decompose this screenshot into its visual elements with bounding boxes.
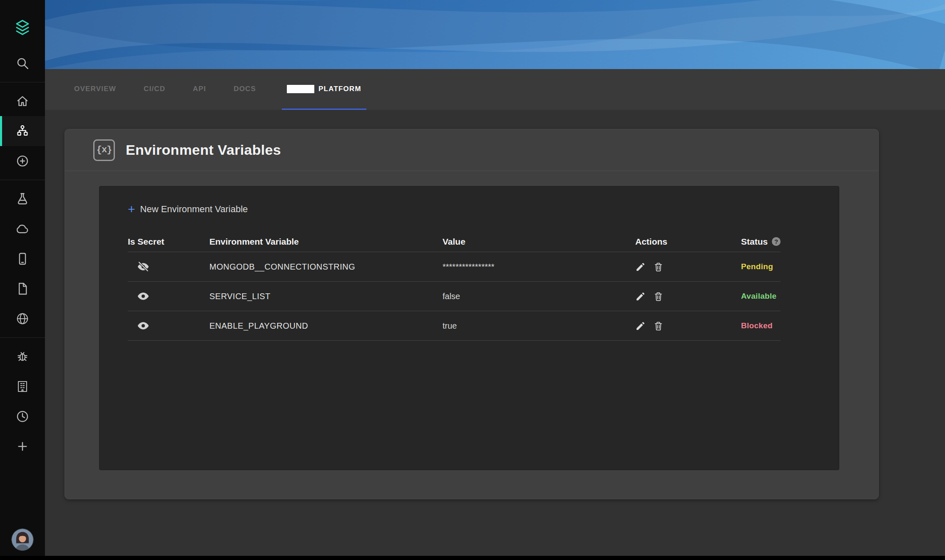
- history-clock-icon: [15, 409, 30, 424]
- hero-banner: [45, 0, 945, 69]
- workflow-icon: [15, 124, 30, 138]
- trash-icon: [653, 291, 664, 302]
- header-environment-variable: Environment Variable: [209, 237, 443, 247]
- document-icon: [15, 282, 30, 296]
- tab-bar: OVERVIEW CI/CD API DOCS PLATFORM: [45, 69, 945, 110]
- status-badge: Available: [741, 292, 781, 301]
- header-status: Status ?: [741, 237, 781, 247]
- env-var-name: MONGODB__CONNECTIONSTRING: [209, 262, 443, 272]
- tab-platform[interactable]: PLATFORM: [282, 69, 366, 110]
- plus-icon: +: [128, 203, 135, 216]
- organization-icon: [15, 379, 30, 394]
- sidebar: [0, 0, 45, 560]
- secret-toggle[interactable]: [128, 320, 209, 332]
- add-circle-icon: [15, 154, 30, 168]
- table-header-row: Is Secret Environment Variable Value Act…: [128, 231, 781, 252]
- delete-button[interactable]: [653, 262, 664, 272]
- table-row: MONGODB__CONNECTIONSTRING **************…: [128, 252, 781, 282]
- sidebar-item-organization[interactable]: [0, 372, 45, 401]
- tab-overview[interactable]: OVERVIEW: [72, 69, 118, 110]
- sidebar-item-add[interactable]: [0, 146, 45, 176]
- trash-icon: [653, 321, 664, 331]
- sidebar-divider: [0, 180, 45, 180]
- tab-api[interactable]: API: [191, 69, 208, 110]
- layers-logo-icon: [14, 19, 31, 36]
- env-var-value: false: [443, 292, 635, 301]
- sidebar-item-new[interactable]: [0, 431, 45, 461]
- sidebar-divider: [0, 82, 45, 82]
- trash-icon: [653, 262, 664, 272]
- pencil-icon: [635, 262, 646, 272]
- status-badge: Blocked: [741, 321, 781, 330]
- home-icon: [15, 94, 30, 108]
- flask-icon: [15, 192, 30, 206]
- sidebar-item-documents[interactable]: [0, 274, 45, 304]
- sidebar-item-workflow[interactable]: [0, 116, 45, 146]
- tab-platform-label: PLATFORM: [318, 85, 361, 93]
- cloud-icon: [15, 222, 30, 236]
- env-variable-icon: {x}: [93, 139, 115, 161]
- sidebar-divider: [0, 337, 45, 338]
- environment-variables-card: {x} Environment Variables + New Environm…: [65, 129, 879, 499]
- user-avatar[interactable]: [11, 528, 34, 551]
- bottom-bar: [0, 556, 945, 560]
- eye-off-icon: [137, 260, 149, 273]
- search-icon: [15, 56, 30, 70]
- header-actions: Actions: [635, 237, 741, 247]
- secret-toggle[interactable]: [128, 290, 209, 302]
- env-var-value: true: [443, 321, 635, 331]
- plus-icon: [15, 439, 30, 453]
- mobile-icon: [15, 252, 30, 266]
- new-env-variable-label: New Environment Variable: [140, 204, 248, 215]
- sidebar-item-experiments[interactable]: [0, 184, 45, 214]
- page-title: Environment Variables: [126, 142, 281, 158]
- env-variables-panel: + New Environment Variable Is Secret Env…: [99, 186, 839, 470]
- tab-docs[interactable]: DOCS: [232, 69, 258, 110]
- avatar-image: [12, 529, 33, 550]
- platform-logo-block: [287, 85, 314, 93]
- status-help-icon[interactable]: ?: [772, 237, 781, 246]
- tab-cicd[interactable]: CI/CD: [142, 69, 167, 110]
- header-value: Value: [443, 237, 635, 247]
- banner-swoosh-graphic: [45, 0, 945, 69]
- pencil-icon: [635, 321, 646, 331]
- table-row: SERVICE_LIST false: [128, 282, 781, 311]
- row-actions: [635, 291, 741, 302]
- card-header: {x} Environment Variables: [65, 129, 878, 171]
- sidebar-item-cloud[interactable]: [0, 214, 45, 244]
- secret-toggle[interactable]: [128, 260, 209, 273]
- edit-button[interactable]: [635, 321, 646, 331]
- sidebar-item-mobile[interactable]: [0, 244, 45, 274]
- sidebar-search[interactable]: [0, 48, 45, 78]
- bug-icon: [15, 349, 30, 364]
- header-status-label: Status: [741, 237, 768, 247]
- row-actions: [635, 262, 741, 272]
- env-var-name: SERVICE_LIST: [209, 292, 443, 301]
- sidebar-item-home[interactable]: [0, 86, 45, 116]
- table-row: ENABLE_PLAYGROUND true: [128, 311, 781, 341]
- eye-icon: [137, 320, 149, 332]
- main-content: {x} Environment Variables + New Environm…: [45, 110, 945, 560]
- app-logo[interactable]: [0, 12, 45, 42]
- env-variables-table: Is Secret Environment Variable Value Act…: [128, 231, 781, 341]
- row-actions: [635, 321, 741, 331]
- env-var-name: ENABLE_PLAYGROUND: [209, 321, 443, 331]
- new-env-variable-button[interactable]: + New Environment Variable: [128, 203, 248, 216]
- sidebar-item-globe[interactable]: [0, 304, 45, 334]
- eye-icon: [137, 290, 149, 302]
- header-is-secret: Is Secret: [128, 237, 209, 247]
- status-badge: Pending: [741, 262, 781, 271]
- edit-button[interactable]: [635, 291, 646, 302]
- delete-button[interactable]: [653, 321, 664, 331]
- globe-icon: [15, 312, 30, 326]
- delete-button[interactable]: [653, 291, 664, 302]
- sidebar-item-history[interactable]: [0, 401, 45, 431]
- sidebar-item-debug[interactable]: [0, 342, 45, 372]
- env-var-value: ****************: [443, 262, 635, 272]
- pencil-icon: [635, 291, 646, 302]
- edit-button[interactable]: [635, 262, 646, 272]
